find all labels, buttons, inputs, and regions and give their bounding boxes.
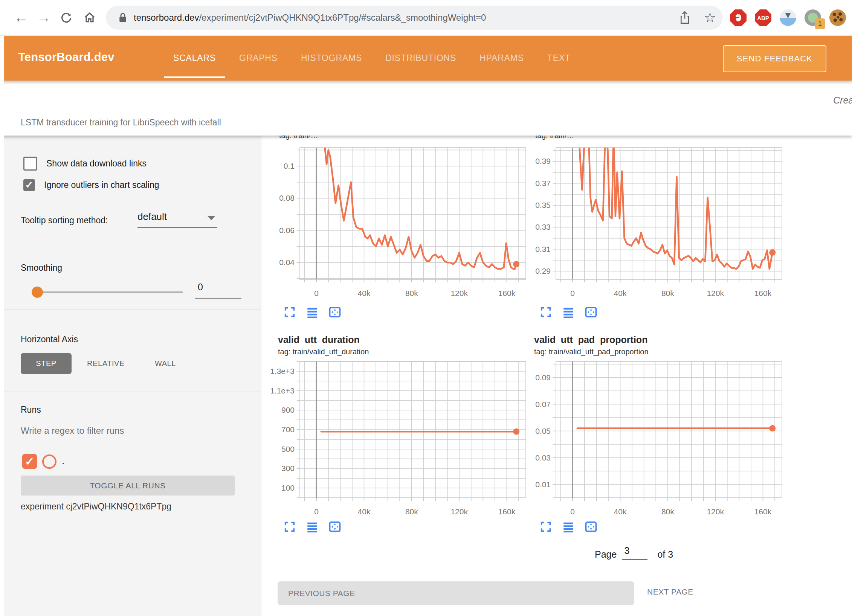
chart-actions bbox=[283, 306, 341, 319]
app-logo[interactable]: TensorBoard.dev bbox=[18, 50, 115, 64]
chart-tag: tag: train/valid_utt_duration bbox=[278, 348, 526, 356]
svg-text:120k: 120k bbox=[450, 289, 468, 297]
svg-text:0.03: 0.03 bbox=[535, 453, 551, 462]
svg-text:160k: 160k bbox=[498, 289, 516, 297]
runs-regex-input[interactable]: Write a regex to filter runs bbox=[21, 425, 239, 443]
fit-domain-icon[interactable] bbox=[328, 520, 341, 533]
back-icon[interactable]: ← bbox=[11, 8, 31, 27]
nav-tabs: SCALARS GRAPHS HISTOGRAMS DISTRIBUTIONS … bbox=[171, 35, 573, 81]
adblock-extension-icon[interactable] bbox=[730, 9, 747, 26]
svg-text:0.07: 0.07 bbox=[535, 400, 551, 409]
svg-text:120k: 120k bbox=[450, 507, 468, 516]
chart-card: valid_utt_pad_proportion tag: train/vali… bbox=[526, 334, 782, 545]
ignore-outliers-row[interactable]: ✓ Ignore outliers in chart scaling bbox=[23, 179, 159, 191]
svg-text:0.31: 0.31 bbox=[535, 245, 551, 253]
svg-text:0.29: 0.29 bbox=[535, 267, 551, 275]
smoothing-slider[interactable] bbox=[33, 291, 183, 293]
page-number-input[interactable]: 3 bbox=[622, 545, 647, 560]
svg-text:0: 0 bbox=[570, 507, 575, 516]
checkbox-checked-icon[interactable]: ✓ bbox=[23, 179, 35, 191]
scalar-chart[interactable]: 040k80k120k160k0.040.060.080.1 bbox=[270, 145, 526, 302]
svg-text:0.04: 0.04 bbox=[279, 258, 295, 267]
svg-text:0.37: 0.37 bbox=[535, 179, 551, 188]
scalar-chart[interactable]: 040k80k120k160k0.290.310.330.350.370.39 bbox=[526, 145, 782, 302]
tooltip-sorting-label: Tooltip sorting method: bbox=[21, 215, 108, 226]
axis-button-step[interactable]: STEP bbox=[21, 353, 72, 374]
cookie-extension-icon[interactable] bbox=[829, 9, 846, 26]
share-icon[interactable] bbox=[679, 11, 690, 24]
svg-text:80k: 80k bbox=[661, 289, 674, 297]
tab-distributions[interactable]: DISTRIBUTIONS bbox=[383, 35, 458, 81]
fit-domain-icon[interactable] bbox=[585, 306, 597, 319]
show-download-links-row[interactable]: Show data download links bbox=[23, 157, 147, 171]
tab-graphs[interactable]: GRAPHS bbox=[237, 35, 280, 81]
bookmark-star-icon[interactable]: ☆ bbox=[704, 12, 716, 23]
tab-histograms[interactable]: HISTOGRAMS bbox=[299, 35, 364, 81]
svg-text:0.1: 0.1 bbox=[284, 162, 295, 170]
extension-icon[interactable] bbox=[780, 9, 796, 26]
toggle-all-runs-button[interactable]: TOGGLE ALL RUNS bbox=[21, 476, 235, 496]
tab-scalars[interactable]: SCALARS bbox=[171, 35, 218, 81]
smoothing-slider-thumb[interactable] bbox=[32, 287, 43, 298]
tooltip-sorting-dropdown[interactable]: default bbox=[137, 211, 217, 228]
svg-text:0: 0 bbox=[314, 507, 319, 516]
svg-text:0.33: 0.33 bbox=[535, 223, 551, 231]
previous-page-button[interactable]: PREVIOUS PAGE bbox=[278, 581, 634, 605]
svg-text:40k: 40k bbox=[358, 289, 371, 297]
svg-text:0.06: 0.06 bbox=[279, 226, 295, 235]
checkbox-unchecked-icon[interactable] bbox=[23, 157, 37, 171]
send-feedback-button[interactable]: SEND FEEDBACK bbox=[723, 45, 826, 72]
svg-text:120k: 120k bbox=[707, 507, 724, 516]
forward-icon[interactable]: → bbox=[34, 8, 53, 27]
expand-chart-icon[interactable] bbox=[539, 520, 552, 533]
run-color-swatch[interactable] bbox=[42, 454, 56, 469]
svg-text:0.01: 0.01 bbox=[535, 480, 551, 489]
svg-text:1.3e+3: 1.3e+3 bbox=[270, 367, 295, 375]
log-scale-icon[interactable] bbox=[306, 520, 319, 533]
fit-domain-icon[interactable] bbox=[585, 520, 597, 533]
axis-button-wall[interactable]: WALL bbox=[151, 353, 180, 374]
expand-chart-icon[interactable] bbox=[283, 306, 296, 319]
chart-title: valid_utt_duration bbox=[278, 334, 526, 345]
svg-text:40k: 40k bbox=[358, 507, 371, 516]
next-page-button[interactable]: NEXT PAGE bbox=[647, 587, 693, 596]
settings-sidebar: Show data download links ✓ Ignore outlie… bbox=[0, 136, 261, 616]
svg-text:0.09: 0.09 bbox=[535, 373, 551, 382]
svg-text:120k: 120k bbox=[707, 289, 724, 297]
abp-extension-icon[interactable]: ABP bbox=[755, 9, 771, 26]
experiment-id-label: experiment cj2vtPiwQHKN9Q1tx6PTpg bbox=[21, 502, 171, 512]
run-checkbox[interactable]: ✓ bbox=[22, 454, 37, 469]
svg-text:1.1e+3: 1.1e+3 bbox=[270, 386, 295, 395]
axis-button-relative[interactable]: RELATIVE bbox=[84, 353, 128, 374]
svg-text:100: 100 bbox=[281, 483, 295, 492]
expand-chart-icon[interactable] bbox=[539, 306, 552, 319]
log-scale-icon[interactable] bbox=[562, 520, 575, 533]
log-scale-icon[interactable] bbox=[562, 306, 575, 319]
svg-text:80k: 80k bbox=[661, 507, 674, 516]
smoothing-value-input[interactable]: 0 bbox=[195, 282, 241, 299]
svg-text:40k: 40k bbox=[614, 289, 627, 297]
page-total-label: of 3 bbox=[657, 549, 673, 560]
scalar-chart[interactable]: 040k80k120k160k0.010.030.050.070.09 bbox=[526, 359, 782, 518]
svg-text:160k: 160k bbox=[754, 507, 772, 516]
home-icon[interactable] bbox=[80, 8, 99, 29]
extension-with-badge-icon[interactable]: 1 bbox=[805, 9, 821, 26]
horizontal-axis-label: Horizontal Axis bbox=[21, 334, 78, 345]
url-text: tensorboard.dev/experiment/cj2vtPiwQHKN9… bbox=[134, 12, 486, 23]
chevron-down-icon bbox=[208, 216, 215, 220]
chart-tag-clipped: tag: train/… bbox=[535, 136, 574, 140]
reload-icon[interactable] bbox=[56, 8, 76, 29]
tab-hparams[interactable]: HPARAMS bbox=[477, 35, 526, 81]
url-bar[interactable]: tensorboard.dev/experiment/cj2vtPiwQHKN9… bbox=[106, 6, 723, 30]
tab-text[interactable]: TEXT bbox=[545, 35, 573, 81]
expand-chart-icon[interactable] bbox=[283, 520, 296, 533]
chart-actions bbox=[539, 306, 597, 319]
charts-content: tag: train/… 040k80k120k160k0.040.060.08… bbox=[261, 136, 852, 616]
divider bbox=[0, 242, 261, 242]
chart-actions bbox=[539, 520, 597, 533]
fit-domain-icon[interactable] bbox=[328, 306, 341, 319]
divider bbox=[0, 310, 261, 310]
scalar-chart[interactable]: 040k80k120k160k1003005007009001.1e+31.3e… bbox=[270, 359, 526, 518]
extensions-row: ABP 1 bbox=[730, 0, 846, 35]
log-scale-icon[interactable] bbox=[306, 306, 319, 319]
